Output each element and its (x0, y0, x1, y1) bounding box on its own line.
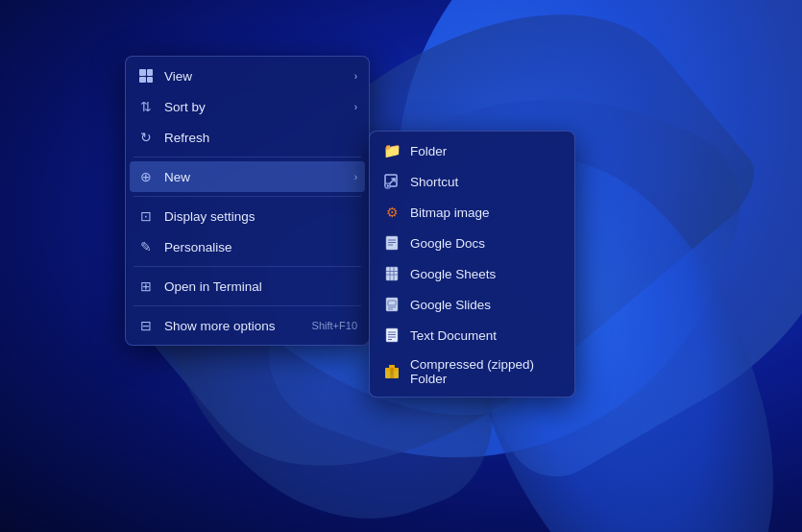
google-slides-label: Google Slides (410, 298, 491, 312)
compressed-folder-label: Compressed (zipped) Folder (410, 357, 561, 386)
google-sheets-label: Google Sheets (410, 267, 496, 281)
submenu-item-shortcut[interactable]: Shortcut (370, 166, 574, 197)
divider-1 (134, 157, 361, 157)
refresh-icon: ↻ (137, 129, 155, 146)
display-settings-label: Display settings (164, 209, 357, 224)
submenu-item-bitmap[interactable]: ⚙ Bitmap image (370, 197, 574, 228)
slide-icon (383, 296, 401, 313)
sheet-icon (383, 265, 401, 282)
svg-rect-6 (386, 267, 398, 280)
menu-item-show-more[interactable]: ⊟ Show more options Shift+F10 (126, 310, 369, 341)
svg-rect-21 (389, 365, 395, 368)
folder-label: Folder (410, 144, 447, 158)
bitmap-label: Bitmap image (410, 206, 490, 220)
menu-item-new[interactable]: ⊕ New › (130, 161, 365, 192)
menu-item-display-settings[interactable]: ⊡ Display settings (126, 201, 369, 231)
plus-icon: ⊕ (137, 168, 155, 185)
pencil-icon: ✎ (137, 238, 155, 255)
display-icon: ⊡ (137, 207, 155, 225)
sort-arrow: › (354, 102, 357, 112)
divider-2 (134, 196, 361, 197)
folder-icon: 📁 (383, 142, 401, 159)
submenu-item-folder[interactable]: 📁 Folder (370, 135, 574, 166)
menu-item-view[interactable]: View › (126, 60, 369, 91)
personalise-label: Personalise (164, 240, 357, 254)
submenu-item-google-docs[interactable]: Google Docs (370, 228, 574, 258)
new-label: New (164, 170, 345, 184)
zip-icon (383, 363, 401, 380)
refresh-label: Refresh (164, 131, 357, 145)
submenu-item-compressed-folder[interactable]: Compressed (zipped) Folder (370, 351, 574, 393)
shortcut-label: Shortcut (410, 175, 458, 189)
sort-icon: ⇅ (137, 98, 155, 115)
menu-item-refresh[interactable]: ↻ Refresh (126, 122, 369, 153)
shortcut-icon (383, 173, 401, 190)
divider-4 (134, 305, 361, 306)
show-more-shortcut: Shift+F10 (312, 320, 357, 331)
menu-item-open-terminal[interactable]: ⊞ Open in Terminal (126, 271, 369, 302)
menu-item-sort-by[interactable]: ⇅ Sort by › (126, 91, 369, 122)
new-arrow: › (354, 172, 357, 182)
submenu-item-google-slides[interactable]: Google Slides (370, 289, 574, 320)
submenu-item-google-sheets[interactable]: Google Sheets (370, 258, 574, 289)
divider-3 (134, 266, 361, 267)
google-docs-label: Google Docs (410, 236, 485, 251)
sort-by-label: Sort by (164, 100, 345, 114)
submenu-item-text-document[interactable]: Text Document (370, 320, 574, 351)
context-menu: View › ⇅ Sort by › ↻ Refresh ⊕ New › ⊡ D… (125, 56, 370, 346)
view-label: View (164, 69, 345, 84)
show-more-label: Show more options (164, 319, 303, 333)
more-icon: ⊟ (137, 317, 155, 334)
view-arrow: › (354, 71, 357, 82)
context-menu-wrapper: View › ⇅ Sort by › ↻ Refresh ⊕ New › ⊡ D… (125, 56, 575, 398)
open-terminal-label: Open in Terminal (164, 279, 357, 294)
menu-item-personalise[interactable]: ✎ Personalise (126, 231, 369, 262)
grid-icon (137, 67, 155, 85)
new-submenu: 📁 Folder Shortcut ⚙ Bitmap image (369, 131, 575, 398)
text-icon (383, 326, 401, 344)
doc-icon (383, 234, 401, 252)
terminal-icon: ⊞ (137, 278, 155, 295)
text-document-label: Text Document (410, 328, 497, 343)
bitmap-icon: ⚙ (383, 204, 401, 221)
